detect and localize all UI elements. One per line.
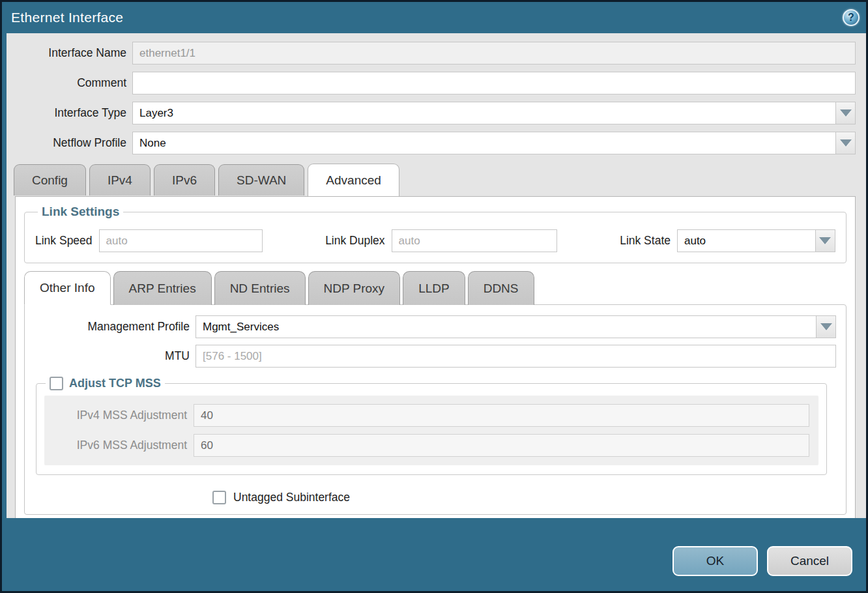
link-settings-row: Link Speed Link Duplex Link State auto xyxy=(35,229,835,252)
adjust-tcp-mss-legend: Adjust TCP MSS xyxy=(46,377,165,390)
link-duplex-label: Link Duplex xyxy=(325,234,391,248)
link-duplex-field[interactable] xyxy=(392,229,557,252)
management-profile-row: Management Profile Mgmt_Services xyxy=(25,315,836,338)
dialog-footer: OK Cancel xyxy=(2,540,866,591)
link-settings-group: Link Settings Link Speed Link Duplex Lin… xyxy=(24,205,846,263)
subtab-ndp-proxy[interactable]: NDP Proxy xyxy=(308,271,401,305)
untagged-subinterface-label: Untagged Subinterface xyxy=(233,491,350,504)
untagged-subinterface-checkbox[interactable] xyxy=(212,491,226,504)
title-bar: Ethernet Interface ? xyxy=(2,2,866,33)
link-speed-field[interactable] xyxy=(99,229,263,252)
ipv4-mss-field xyxy=(194,404,809,427)
advanced-tab-panel: Link Settings Link Speed Link Duplex Lin… xyxy=(15,196,856,518)
interface-type-value: Layer3 xyxy=(133,107,835,120)
mss-disabled-panel: IPv4 MSS Adjustment IPv6 MSS Adjustment xyxy=(44,396,818,465)
interface-type-dropdown[interactable]: Layer3 xyxy=(132,102,856,124)
netflow-profile-row: Netflow Profile None xyxy=(7,132,856,154)
untagged-subinterface-row: Untagged Subinterface xyxy=(212,491,836,504)
chevron-down-icon xyxy=(840,139,852,147)
link-state-dropdown[interactable]: auto xyxy=(677,229,835,252)
link-state-group: Link State auto xyxy=(620,229,835,252)
link-speed-group: Link Speed xyxy=(35,229,263,252)
subtab-other-info[interactable]: Other Info xyxy=(24,271,111,305)
ipv6-mss-row: IPv6 MSS Adjustment xyxy=(53,434,809,457)
management-profile-label: Management Profile xyxy=(25,320,195,334)
ok-button[interactable]: OK xyxy=(673,546,758,576)
subtab-arp-entries[interactable]: ARP Entries xyxy=(113,271,212,305)
dialog-title: Ethernet Interface xyxy=(11,10,123,25)
cancel-button[interactable]: Cancel xyxy=(767,546,852,576)
management-profile-dropdown-button[interactable] xyxy=(816,316,835,338)
chevron-down-icon xyxy=(819,237,831,244)
mtu-label: MTU xyxy=(25,349,195,363)
adjust-tcp-mss-group: Adjust TCP MSS IPv4 MSS Adjustment IPv6 … xyxy=(36,377,827,475)
management-profile-value: Mgmt_Services xyxy=(196,321,816,334)
link-speed-label: Link Speed xyxy=(35,234,99,248)
ipv4-mss-label: IPv4 MSS Adjustment xyxy=(53,409,194,422)
adjust-tcp-mss-checkbox[interactable] xyxy=(50,377,63,390)
interface-type-label: Interface Type xyxy=(7,106,132,120)
adjust-tcp-mss-legend-text: Adjust TCP MSS xyxy=(69,377,161,390)
tab-ipv6[interactable]: IPv6 xyxy=(154,164,215,195)
ethernet-interface-dialog: Ethernet Interface ? Interface Name Comm… xyxy=(0,0,868,593)
interface-type-dropdown-button[interactable] xyxy=(835,102,855,124)
comment-row: Comment xyxy=(7,72,856,94)
comment-field[interactable] xyxy=(132,72,856,94)
interface-name-label: Interface Name xyxy=(7,46,132,60)
interface-type-row: Interface Type Layer3 xyxy=(7,102,856,124)
netflow-profile-dropdown[interactable]: None xyxy=(132,132,856,154)
link-settings-legend: Link Settings xyxy=(38,205,123,219)
comment-label: Comment xyxy=(7,76,132,90)
chevron-down-icon xyxy=(840,109,852,117)
interface-name-row: Interface Name xyxy=(7,42,856,65)
link-state-value: auto xyxy=(678,235,815,248)
ipv4-mss-row: IPv4 MSS Adjustment xyxy=(53,404,809,427)
management-profile-dropdown[interactable]: Mgmt_Services xyxy=(195,315,836,338)
subtab-lldp[interactable]: LLDP xyxy=(403,271,465,305)
sub-tab-bar: Other Info ARP Entries ND Entries NDP Pr… xyxy=(24,270,846,304)
netflow-profile-value: None xyxy=(133,137,835,150)
interface-name-field xyxy=(132,42,856,65)
ipv6-mss-label: IPv6 MSS Adjustment xyxy=(53,439,194,452)
link-state-label: Link State xyxy=(620,234,677,248)
ipv6-mss-field xyxy=(194,434,809,457)
link-duplex-group: Link Duplex xyxy=(325,229,557,252)
netflow-profile-label: Netflow Profile xyxy=(7,136,132,150)
subtab-ddns[interactable]: DDNS xyxy=(468,271,534,305)
tab-advanced[interactable]: Advanced xyxy=(308,164,399,196)
netflow-profile-dropdown-button[interactable] xyxy=(835,132,855,154)
subtab-nd-entries[interactable]: ND Entries xyxy=(214,271,306,305)
tab-sdwan[interactable]: SD-WAN xyxy=(218,164,304,195)
help-icon[interactable]: ? xyxy=(843,9,860,26)
chevron-down-icon xyxy=(820,323,832,330)
tab-config[interactable]: Config xyxy=(14,164,86,195)
tab-ipv4[interactable]: IPv4 xyxy=(89,164,151,195)
mtu-row: MTU xyxy=(25,345,836,368)
link-state-dropdown-button[interactable] xyxy=(815,230,835,252)
mtu-field[interactable] xyxy=(195,345,836,368)
dialog-body: Interface Name Comment Interface Type La… xyxy=(2,33,866,518)
main-tab-bar: Config IPv4 IPv6 SD-WAN Advanced xyxy=(14,164,866,196)
other-info-panel: Management Profile Mgmt_Services MTU Adj… xyxy=(24,304,846,515)
